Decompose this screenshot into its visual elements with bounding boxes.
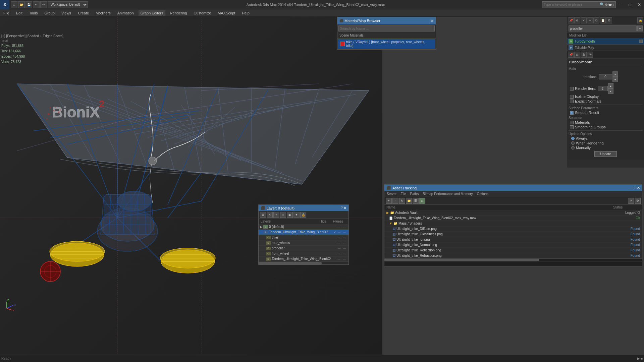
save-btn[interactable]: 💾 xyxy=(25,1,32,8)
material-browser-close-btn[interactable]: ✕ xyxy=(430,18,434,23)
menu-edit[interactable]: Edit xyxy=(14,10,24,16)
paste-modifier-btn[interactable]: 📋 xyxy=(600,17,606,23)
menu-help[interactable]: Help xyxy=(240,10,252,16)
isoline-checkbox[interactable] xyxy=(570,95,574,99)
close-btn[interactable]: ✕ xyxy=(635,0,644,9)
asset-minimize-btn[interactable]: ─ xyxy=(631,186,634,190)
layer-row-trike-wing[interactable]: ▶ L Tandem_Ultralight_Trike_Wing_BioniX2… xyxy=(259,230,348,235)
asset-row-ior[interactable]: 🖼 Ultralight_trike_ior.png Found xyxy=(384,237,642,242)
material-row[interactable]: trike ( VRayMtl ) [front_wheel, propelle… xyxy=(338,39,435,49)
asset-menu-bitmap[interactable]: Bitmap Performance and Memory xyxy=(422,192,474,196)
layer-hide-1[interactable]: ― xyxy=(336,231,342,234)
new-btn[interactable]: □ xyxy=(11,1,17,8)
minimize-btn[interactable]: ─ xyxy=(616,0,625,9)
pin-mod-btn[interactable]: 📌 xyxy=(568,52,574,58)
layer-freeze-5[interactable]: ― xyxy=(342,252,347,255)
object-name-field[interactable] xyxy=(569,25,637,32)
manually-radio[interactable] xyxy=(571,146,575,149)
layer-hide-3[interactable]: ― xyxy=(336,241,342,244)
layer-delete-btn[interactable]: ✕ xyxy=(267,212,273,218)
menu-animation[interactable]: Animation xyxy=(115,10,136,16)
lock-btn[interactable]: 🔒 xyxy=(637,17,643,23)
redo-btn[interactable]: ↪ xyxy=(40,1,47,8)
asset-grid-view-btn[interactable]: ⊞ xyxy=(419,198,425,204)
smooth-result-checkbox[interactable] xyxy=(570,111,574,115)
viewport[interactable]: [+] [Perspective] [Shaded + Edged Faces]… xyxy=(0,17,382,362)
cut-modifier-btn[interactable]: ✂ xyxy=(587,17,593,23)
menu-graph-editors[interactable]: Graph Editors xyxy=(139,10,165,16)
iterations-input[interactable] xyxy=(599,74,612,79)
modifier-turbsmooth[interactable]: S TurboSmooth xyxy=(567,38,644,45)
asset-remove-btn[interactable]: - xyxy=(392,198,398,204)
layer-select-btn[interactable]: ◉ xyxy=(287,212,293,218)
layer-row-trike[interactable]: O trike ― ― xyxy=(259,235,348,240)
asset-row-vault[interactable]: ▶ 📁 Autodesk Vault Logged O xyxy=(384,210,642,216)
asset-row-maps[interactable]: ▼ 📁 Maps / Shaders xyxy=(384,221,642,226)
asset-restore-btn[interactable]: □ xyxy=(634,186,636,190)
asset-browse-btn[interactable]: 📁 xyxy=(406,198,412,204)
update-button[interactable]: Update xyxy=(594,151,616,157)
layer-add-btn[interactable]: + xyxy=(273,212,279,218)
display-mod-btn[interactable]: 👁 xyxy=(587,52,593,58)
layer-freeze-2[interactable]: ― xyxy=(342,236,347,239)
when-rendering-radio[interactable] xyxy=(571,141,575,145)
asset-row-diffuse[interactable]: 🖼 Ultralight_trike_Diffuse.png Found xyxy=(384,226,642,232)
layer-scroll-thumb[interactable] xyxy=(259,262,322,264)
layer-highlight-btn[interactable]: ✦ xyxy=(293,212,300,218)
configure-btn[interactable]: ⚙ xyxy=(606,17,612,23)
menu-tools[interactable]: Tools xyxy=(27,10,40,16)
search-bar[interactable]: 🔍 ⚙ ◀ ▶ ? xyxy=(542,1,616,8)
layer-freeze-4[interactable]: ― xyxy=(342,247,347,250)
layer-scrollbar[interactable] xyxy=(259,262,348,264)
material-search-input[interactable] xyxy=(338,25,435,32)
always-radio[interactable] xyxy=(571,137,575,140)
asset-row-reflection[interactable]: 🖼 Ultralight_trike_Reflection.png Found xyxy=(384,248,642,253)
asset-close-btn[interactable]: ✕ xyxy=(637,186,640,190)
layer-freeze-6[interactable]: ― xyxy=(342,257,347,260)
remove-mod-btn[interactable]: 🗑 xyxy=(581,52,587,58)
menu-maxscript[interactable]: MAXScript xyxy=(216,10,237,16)
asset-row-glossiness[interactable]: 🖼 Ultralight_trike_Glossiness.png Found xyxy=(384,232,642,237)
delete-modifier-btn[interactable]: ✕ xyxy=(581,17,587,23)
menu-create[interactable]: Create xyxy=(76,10,91,16)
search-input[interactable] xyxy=(544,3,600,6)
asset-row-maxfile[interactable]: 📄 Tandem_Ultralight_Trike_Wing_BioniX2_m… xyxy=(384,216,642,221)
object-dropdown-btn[interactable]: ▼ xyxy=(637,25,643,32)
layer-hide-2[interactable]: ― xyxy=(336,236,342,239)
layer-obj-btn[interactable]: ○ xyxy=(280,212,286,218)
materials-checkbox[interactable] xyxy=(570,121,574,124)
asset-menu-paths[interactable]: Paths xyxy=(409,192,420,196)
asset-list-view-btn[interactable]: ☰ xyxy=(413,198,419,204)
layer-close-btn[interactable]: ✕ xyxy=(343,206,346,210)
layer-hide-6[interactable]: ― xyxy=(336,257,342,260)
layer-help-btn[interactable]: ? xyxy=(341,206,343,210)
copy-modifier-btn[interactable]: ⧉ xyxy=(593,17,599,23)
play-btn[interactable]: ▶ xyxy=(637,357,640,360)
menu-file[interactable]: File xyxy=(1,10,11,16)
layer-lock-btn[interactable]: 🔒 xyxy=(300,212,306,218)
render-iters-checkbox[interactable] xyxy=(570,87,574,90)
explicit-normals-checkbox[interactable] xyxy=(570,100,574,103)
workspace-dropdown[interactable]: Workspace: Default xyxy=(48,1,88,8)
layer-hide-0[interactable]: ― xyxy=(336,225,342,228)
asset-settings-btn[interactable]: ⚙ xyxy=(635,198,641,204)
layer-expand-1[interactable]: ▶ xyxy=(260,231,263,234)
make-unique-btn[interactable]: ⊞ xyxy=(574,52,580,58)
layer-hide-4[interactable]: ― xyxy=(336,247,342,250)
aircraft-viewport[interactable]: BioniX 2 xyxy=(0,17,382,362)
modifier-visible-toggle[interactable] xyxy=(639,40,643,43)
smoothing-groups-checkbox[interactable] xyxy=(570,125,574,129)
layer-freeze-1[interactable]: ― xyxy=(342,231,347,234)
layer-settings-btn[interactable]: ⚙ xyxy=(260,212,266,218)
menu-rendering[interactable]: Rendering xyxy=(168,10,189,16)
asset-row-refraction[interactable]: 🖼 Ultralight_trike_Refraction.png Found xyxy=(384,253,642,258)
stop-btn[interactable]: ■ xyxy=(641,357,643,360)
asset-add-btn[interactable]: + xyxy=(386,198,392,204)
asset-help-btn[interactable]: ? xyxy=(628,198,634,204)
asset-row-normal[interactable]: 🖼 Ultralight_trike_Normal.png Found xyxy=(384,242,642,248)
asset-menu-options[interactable]: Options xyxy=(476,192,489,196)
maximize-btn[interactable]: □ xyxy=(625,0,635,9)
asset-scroll-bar[interactable] xyxy=(384,258,642,261)
iterations-down-btn[interactable]: ▼ xyxy=(612,77,618,82)
open-btn[interactable]: 📂 xyxy=(18,1,25,8)
